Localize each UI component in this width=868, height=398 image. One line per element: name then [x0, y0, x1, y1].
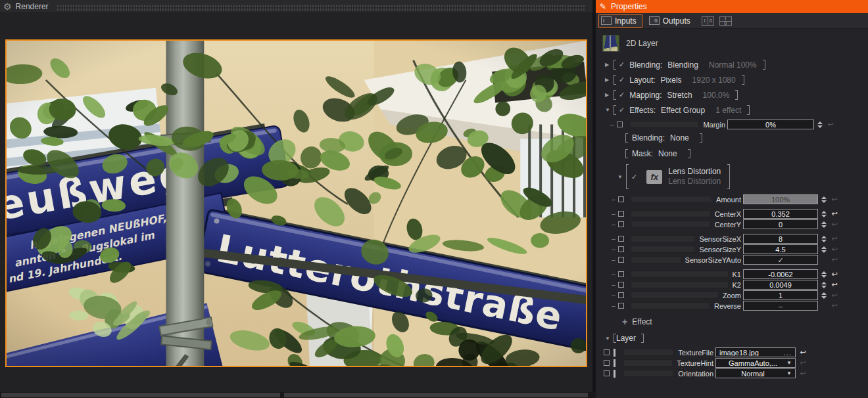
scrollbar-thumb[interactable]	[1, 393, 280, 397]
param-input[interactable]: -0.0062	[743, 269, 818, 279]
reset-icon[interactable]: ↩	[830, 210, 839, 218]
properties-titlebar[interactable]: ✎ Properties	[596, 0, 868, 13]
param-input[interactable]: 0%	[727, 120, 814, 129]
param-row-k2[interactable]: −K20.0049↩	[610, 280, 839, 290]
param-input[interactable]: 0.0049	[743, 280, 818, 290]
param-row-amount[interactable]: −Amount100%↩	[610, 194, 839, 204]
reset-icon[interactable]: ↩	[830, 301, 839, 310]
browse-button[interactable]: ...	[784, 349, 792, 356]
param-input[interactable]: –	[743, 301, 818, 311]
sub-group-blending[interactable]: Blending:None	[625, 131, 868, 144]
param-checkbox[interactable]	[618, 196, 624, 202]
renderer-titlebar[interactable]: ⚙ Renderer	[0, 0, 592, 13]
param-checkbox[interactable]	[618, 303, 624, 309]
reset-icon[interactable]: ↩	[830, 280, 839, 289]
param-checkbox[interactable]	[618, 236, 624, 242]
param-checkbox[interactable]	[604, 370, 610, 376]
checkbox-checked-icon[interactable]: ✓	[619, 76, 625, 84]
spinner-icon[interactable]	[816, 122, 823, 128]
param-row-margin[interactable]: −Margin0%↩	[609, 120, 835, 129]
spinner-icon[interactable]	[820, 221, 827, 228]
param-input[interactable]: 1	[743, 290, 818, 300]
spinner-icon[interactable]	[820, 236, 827, 242]
param-dropdown[interactable]: Normal▼	[715, 368, 796, 378]
layer-section-header[interactable]: ▼Layer	[605, 332, 868, 345]
param-row-centerx[interactable]: −CenterX0.352↩	[610, 209, 839, 219]
add-effect-button[interactable]: +Effect	[622, 316, 868, 328]
param-input[interactable]: ✓	[743, 255, 818, 265]
param-row-zoom[interactable]: −Zoom1↩	[610, 290, 839, 300]
spinner-icon[interactable]	[820, 292, 827, 299]
param-checkbox[interactable]	[617, 122, 623, 127]
layer-node-header[interactable]: 2D Layer	[602, 34, 868, 53]
group-row-blending[interactable]: ▶✓Blending:BlendingNormal 100%	[605, 58, 868, 72]
param-checkbox[interactable]	[618, 282, 624, 288]
param-row-k1[interactable]: −K1-0.0062↩	[610, 269, 839, 279]
expander-icon[interactable]: ▶	[605, 77, 614, 83]
spinner-icon[interactable]	[820, 282, 827, 288]
param-row-centery[interactable]: −CenterY0↩	[610, 219, 839, 229]
checkbox-checked-icon[interactable]: ✓	[619, 60, 625, 69]
tab-inputs[interactable]: IInputs	[598, 14, 642, 28]
renderer-viewport[interactable]: eußweg hegelegenen NEUßHOF, annten Ausfl…	[5, 39, 587, 367]
param-checkbox[interactable]	[618, 211, 624, 217]
io-columns-button[interactable]: I0	[702, 16, 714, 26]
param-row-texturefile[interactable]: TextureFileimage18.jpg...↩	[602, 347, 808, 357]
spinner-icon[interactable]	[820, 196, 827, 203]
expander-icon[interactable]: ▶	[605, 92, 614, 98]
reset-icon[interactable]: ↩	[826, 120, 835, 129]
expander-icon[interactable]: ▶	[605, 62, 614, 68]
param-input[interactable]: 0.352	[743, 209, 818, 219]
reset-icon[interactable]: ↩	[798, 348, 808, 357]
scrollbar-thumb[interactable]	[284, 393, 588, 397]
checkbox-checked-icon[interactable]: ✓	[619, 106, 625, 114]
sub-group-value: None	[658, 149, 677, 158]
group-row-layout[interactable]: ▶✓Layout:Pixels1920 x 1080	[605, 73, 868, 87]
layer-thumbnail	[602, 35, 619, 52]
param-checkbox[interactable]	[618, 271, 624, 277]
param-row-sensorsizey[interactable]: −SensorSizeY4.5↩	[610, 244, 839, 254]
reset-icon[interactable]: ↩	[830, 234, 839, 243]
spinner-icon[interactable]	[820, 271, 827, 278]
checkbox-checked-icon[interactable]: ✓	[619, 91, 625, 99]
param-input[interactable]: 100%	[743, 194, 818, 204]
tab-outputs[interactable]: 0Outputs	[646, 14, 696, 28]
param-input[interactable]: 8	[743, 234, 818, 244]
param-checkbox[interactable]	[618, 292, 624, 298]
group-row-mapping[interactable]: ▶✓Mapping:Stretch100,0%	[605, 88, 868, 102]
param-checkbox[interactable]	[604, 360, 610, 366]
reset-icon[interactable]: ↩	[798, 369, 808, 378]
param-row-orientation[interactable]: OrientationNormal▼↩	[602, 368, 808, 378]
param-dropdown[interactable]: GammaAuto,...▼	[715, 358, 796, 368]
expander-icon[interactable]: ▼	[605, 336, 614, 342]
reset-icon[interactable]: ↩	[830, 291, 839, 299]
horizontal-scrollbar[interactable]	[0, 392, 596, 398]
sub-group-mask[interactable]: Mask:None	[625, 147, 868, 160]
reset-icon[interactable]: ↩	[798, 359, 808, 367]
expander-icon[interactable]: ▼	[617, 174, 626, 180]
param-row-reverse[interactable]: −Reverse–↩	[610, 301, 839, 311]
param-checkbox[interactable]	[618, 246, 624, 252]
reset-icon[interactable]: ↩	[830, 270, 839, 278]
param-checkbox[interactable]	[618, 257, 624, 263]
reset-icon[interactable]: ↩	[830, 255, 839, 264]
param-row-texturehint[interactable]: TextureHintGammaAuto,...▼↩	[602, 358, 808, 368]
param-row-sensorsizex[interactable]: −SensorSizeX8↩	[610, 234, 839, 244]
param-checkbox[interactable]	[604, 349, 610, 355]
param-input[interactable]: image18.jpg...	[715, 347, 796, 357]
reset-icon[interactable]: ↩	[830, 245, 839, 254]
param-input[interactable]: 0	[743, 219, 818, 229]
param-row-sensorsizeyauto[interactable]: −SensorSizeYAuto✓↩	[610, 255, 839, 265]
param-input[interactable]: 4.5	[743, 244, 818, 254]
spinner-icon[interactable]	[820, 246, 827, 253]
reset-icon[interactable]: ↩	[830, 220, 839, 229]
param-checkbox[interactable]	[618, 221, 624, 227]
layer-section-label: Layer	[616, 334, 636, 343]
expander-icon[interactable]: ▼	[605, 107, 614, 113]
io-rows-button[interactable]: I0	[719, 16, 732, 26]
spinner-icon[interactable]	[820, 211, 827, 217]
group-row-effects[interactable]: ▼✓Effects:Effect Group1 effect	[605, 103, 868, 117]
checkbox-checked-icon[interactable]: ✓	[631, 173, 637, 181]
effect-header-lens-distortion[interactable]: ▼✓fxLens DistortionLens Distortion	[617, 163, 868, 190]
reset-icon[interactable]: ↩	[830, 195, 839, 204]
